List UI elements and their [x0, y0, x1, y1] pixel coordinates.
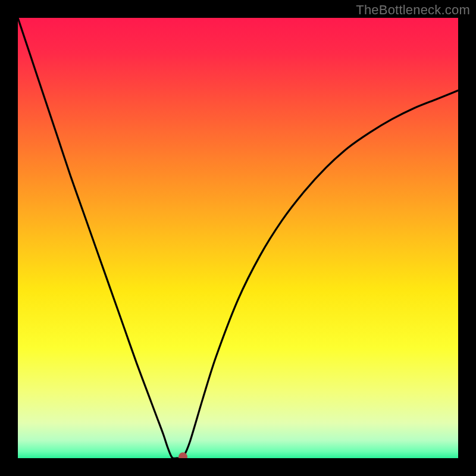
gradient-background [18, 18, 458, 458]
watermark-text: TheBottleneck.com [356, 2, 470, 18]
plot-area [18, 18, 458, 458]
chart-svg [18, 18, 458, 458]
chart-root: TheBottleneck.com [0, 0, 476, 476]
